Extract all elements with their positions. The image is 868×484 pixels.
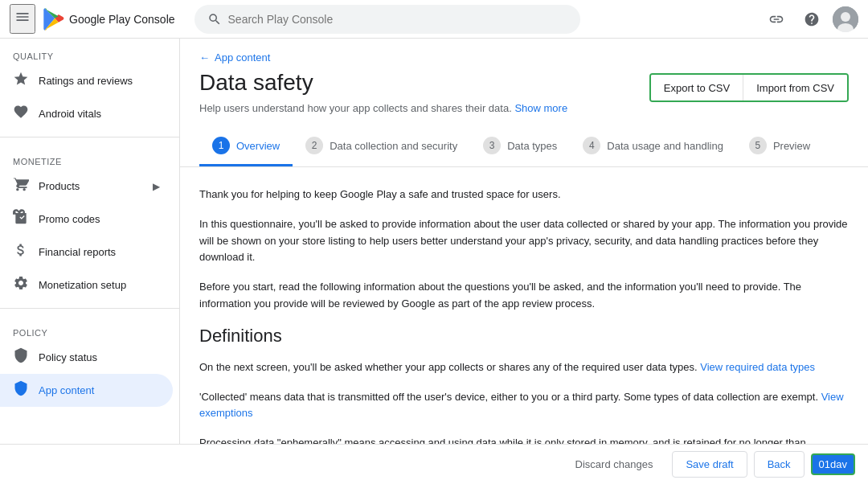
menu-icon[interactable]	[10, 4, 35, 34]
tab-overview[interactable]: 1 Overview	[199, 127, 293, 166]
tab-data-collection-number: 2	[305, 137, 323, 154]
sidebar-item-ratings-reviews[interactable]: Ratings and reviews	[0, 64, 173, 97]
star-icon	[13, 71, 29, 91]
tabs: 1 Overview 2 Data collection and securit…	[180, 127, 868, 167]
definitions-para-1: On the next screen, you'll be asked whet…	[199, 359, 849, 376]
sidebar-item-ratings-label: Ratings and reviews	[39, 75, 133, 87]
policy-shield-icon	[13, 347, 29, 367]
search-bar[interactable]	[194, 5, 580, 34]
logo-text: Google Play Console	[69, 13, 175, 26]
tab-overview-label: Overview	[236, 140, 280, 152]
tab-preview-label: Preview	[773, 140, 810, 152]
breadcrumb-arrow: ←	[199, 51, 210, 64]
sidebar-item-monetization-setup[interactable]: Monetization setup	[0, 269, 173, 301]
page-subtitle: Help users understand how your app colle…	[199, 102, 649, 114]
content-body: Thank you for helping to keep Google Pla…	[180, 167, 868, 444]
promo-icon	[13, 209, 29, 229]
sidebar-item-app-content-label: App content	[39, 384, 94, 396]
sidebar-item-products-label: Products	[39, 180, 80, 192]
link-icon-btn[interactable]	[762, 5, 791, 34]
sidebar-item-android-vitals[interactable]: Android vitals	[0, 97, 173, 130]
sidebar-item-monetization-label: Monetization setup	[39, 279, 126, 291]
import-csv-button[interactable]: Import from CSV	[743, 75, 847, 100]
tab-overview-number: 1	[212, 137, 230, 154]
tab-data-collection[interactable]: 2 Data collection and security	[293, 127, 470, 166]
tab-data-collection-label: Data collection and security	[330, 140, 457, 152]
tab-data-usage[interactable]: 4 Data usage and handling	[570, 127, 736, 166]
sidebar-section-monetize: Monetize	[0, 144, 179, 170]
intro-para-2: In this questionnaire, you'll be asked t…	[199, 216, 849, 266]
logo[interactable]: Google Play Console	[42, 8, 175, 31]
page-title: Data safety	[199, 70, 649, 96]
expand-products-icon: ▶	[153, 181, 160, 192]
definitions-title: Definitions	[199, 326, 849, 347]
sidebar-item-policy-status[interactable]: Policy status	[0, 341, 173, 374]
sidebar-section-quality: Quality	[0, 39, 179, 64]
help-icon-btn[interactable]	[797, 5, 826, 34]
tab-data-types-label: Data types	[507, 140, 557, 152]
definitions-para-2: 'Collected' means data that is transmitt…	[199, 389, 849, 423]
vitals-icon	[13, 104, 29, 124]
tab-data-types-number: 3	[483, 137, 501, 154]
app-content-shield-icon	[13, 380, 29, 400]
search-icon	[207, 12, 222, 27]
sidebar-section-policy: Policy	[0, 315, 179, 341]
breadcrumb[interactable]: ← App content	[180, 39, 868, 70]
topbar-actions	[762, 5, 858, 34]
export-csv-button[interactable]: Export to CSV	[651, 75, 743, 100]
back-button[interactable]: Back	[754, 451, 805, 478]
svg-point-1	[841, 12, 850, 22]
header-actions: Export to CSV Import from CSV	[649, 73, 849, 102]
tab-data-types[interactable]: 3 Data types	[470, 127, 570, 166]
sidebar-item-products[interactable]: Products ▶	[0, 170, 173, 203]
sidebar-item-policy-label: Policy status	[39, 351, 97, 363]
breadcrumb-label: App content	[215, 51, 270, 64]
sidebar-item-promo-codes[interactable]: Promo codes	[0, 203, 173, 236]
products-icon	[13, 176, 29, 196]
search-input[interactable]	[228, 13, 567, 26]
title-area: Data safety Help users understand how yo…	[199, 70, 649, 114]
setup-icon	[13, 275, 29, 295]
tab-data-usage-label: Data usage and handling	[607, 140, 723, 152]
avatar[interactable]	[833, 6, 858, 32]
tab-preview[interactable]: 5 Preview	[736, 127, 823, 166]
intro-para-1: Thank you for helping to keep Google Pla…	[199, 187, 849, 203]
tab-preview-number: 5	[749, 137, 767, 154]
view-required-data-types-link[interactable]: View required data types	[700, 361, 815, 373]
sidebar: Quality Ratings and reviews Android vita…	[0, 39, 180, 444]
layout: Quality Ratings and reviews Android vita…	[0, 39, 868, 444]
day-badge: 01dav	[811, 453, 855, 475]
discard-changes-button[interactable]: Discard changes	[563, 452, 666, 477]
sidebar-item-financial-reports[interactable]: Financial reports	[0, 236, 173, 269]
sidebar-item-app-content[interactable]: App content	[0, 374, 173, 407]
financial-icon	[13, 242, 29, 262]
sidebar-item-promo-label: Promo codes	[39, 213, 100, 225]
topbar: Google Play Console	[0, 0, 868, 39]
bottom-bar: Discard changes Save draft Back 01dav	[0, 444, 868, 484]
tab-data-usage-number: 4	[583, 137, 600, 154]
save-draft-button[interactable]: Save draft	[672, 451, 747, 478]
intro-para-3: Before you start, read the following inf…	[199, 279, 849, 313]
main-content: ← App content Data safety Help users und…	[180, 39, 868, 444]
sidebar-item-financial-label: Financial reports	[39, 246, 116, 258]
show-more-link[interactable]: Show more	[514, 102, 567, 114]
definitions-para-3: Processing data "ephemerally" means acce…	[199, 435, 849, 444]
sidebar-item-vitals-label: Android vitals	[39, 108, 101, 120]
content-header: Data safety Help users understand how yo…	[180, 70, 868, 127]
